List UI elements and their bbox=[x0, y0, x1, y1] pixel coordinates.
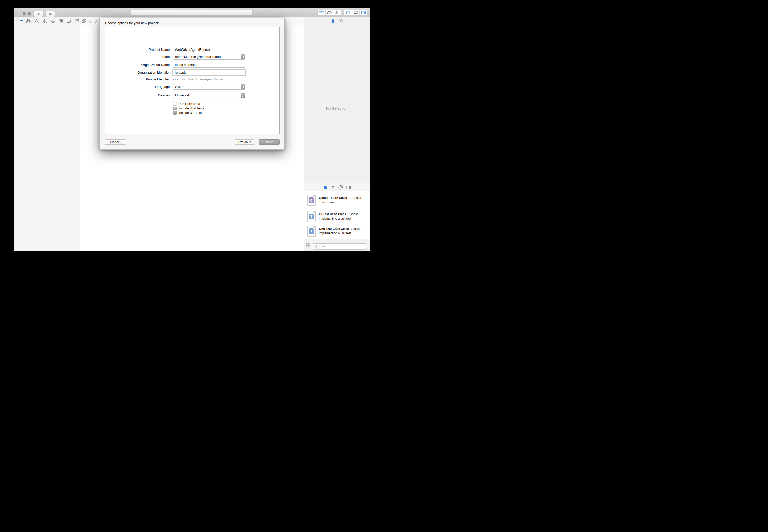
zoom-window-button[interactable] bbox=[28, 12, 31, 15]
product-name-field[interactable]: WebDriverAgentRunner bbox=[173, 47, 245, 52]
library-item-text: Cocoa Touch Class - A Cocoa Touch class bbox=[319, 196, 368, 205]
library-item-text: Unit Test Case Class - A class implement… bbox=[319, 227, 368, 236]
devices-label: Devices: bbox=[105, 93, 171, 98]
tab-report-navigator[interactable] bbox=[74, 19, 79, 24]
bundle-identifier-value: io.appium.WebDriverAgentRunner bbox=[173, 77, 223, 81]
library-item-unit-test-case-class[interactable]: T Unit Test Case Class - A class impleme… bbox=[304, 224, 370, 239]
include-unit-tests-row: ✓ Include Unit Tests bbox=[173, 106, 204, 110]
close-window-button[interactable] bbox=[17, 12, 21, 15]
organization-identifier-value: io.appium bbox=[175, 71, 189, 74]
class-badge: C bbox=[308, 197, 314, 203]
chevron-left-icon bbox=[89, 19, 91, 23]
breakpoint-tag-icon bbox=[67, 20, 71, 23]
navigator-pane bbox=[14, 25, 80, 251]
sheet-title: Choose options for your new project: bbox=[105, 21, 159, 25]
library-item-cocoa-touch-class[interactable]: C Cocoa Touch Class - A Cocoa Touch clas… bbox=[304, 191, 370, 209]
devices-popup-value: Universal bbox=[175, 93, 189, 97]
left-panel-icon bbox=[346, 11, 350, 14]
editor-mode-segmented-control bbox=[317, 10, 341, 15]
class-badge: T bbox=[308, 228, 314, 234]
jump-back-button[interactable] bbox=[87, 19, 93, 24]
new-project-options-sheet: Choose options for your new project: Pro… bbox=[99, 18, 285, 150]
toggle-utilities-panel-button[interactable] bbox=[359, 10, 367, 15]
toggle-navigator-panel-button[interactable] bbox=[344, 10, 352, 15]
stop-icon bbox=[49, 13, 52, 15]
tab-issue-navigator[interactable] bbox=[42, 19, 47, 24]
tab-find-navigator[interactable] bbox=[34, 19, 40, 24]
library-filter-bar bbox=[304, 239, 370, 251]
braces-icon: { } bbox=[332, 186, 334, 189]
tab-test-navigator[interactable] bbox=[50, 19, 56, 24]
window-toolbar bbox=[14, 8, 370, 18]
film-strip-icon bbox=[346, 186, 351, 189]
tab-symbol-navigator[interactable] bbox=[26, 19, 31, 24]
organization-name-label: Organization Name: bbox=[105, 62, 171, 68]
tab-object-library[interactable] bbox=[338, 185, 343, 190]
stepper-icon bbox=[240, 93, 245, 98]
language-popup-value: Swift bbox=[175, 85, 182, 89]
tab-debug-navigator[interactable] bbox=[58, 19, 63, 24]
devices-popup[interactable]: Universal bbox=[173, 93, 245, 98]
tab-media-library[interactable] bbox=[346, 185, 351, 190]
minimize-window-button[interactable] bbox=[23, 12, 26, 15]
screen: ? No Selection { } bbox=[0, 0, 384, 266]
include-ui-tests-checkbox[interactable]: ✓ bbox=[173, 111, 177, 115]
version-editor-icon bbox=[335, 11, 339, 14]
product-name-label: Product Name: bbox=[105, 47, 171, 52]
include-unit-tests-checkbox[interactable]: ✓ bbox=[173, 107, 177, 110]
tab-code-snippet-library[interactable]: { } bbox=[330, 185, 335, 190]
organization-identifier-label: Organization Identifier: bbox=[105, 70, 171, 75]
related-items-button[interactable] bbox=[81, 19, 87, 24]
tab-project-navigator[interactable] bbox=[18, 19, 24, 24]
assistant-editor-button[interactable] bbox=[325, 10, 333, 15]
cancel-button[interactable]: Cancel bbox=[105, 139, 126, 145]
file-inspector-icon bbox=[331, 19, 335, 23]
stepper-icon bbox=[240, 54, 245, 59]
use-core-data-checkbox[interactable] bbox=[173, 102, 177, 106]
navigator-divider[interactable] bbox=[80, 17, 80, 251]
filter-input[interactable] bbox=[318, 244, 360, 248]
include-unit-tests-label: Include Unit Tests bbox=[178, 106, 204, 110]
search-icon bbox=[35, 19, 39, 23]
tab-breakpoint-navigator[interactable] bbox=[66, 19, 72, 24]
jump-forward-button[interactable] bbox=[93, 19, 99, 24]
chevron-right-icon bbox=[95, 19, 97, 23]
filter-icon bbox=[313, 245, 317, 248]
related-items-grid-icon bbox=[82, 19, 86, 23]
language-popup[interactable]: Swift bbox=[173, 84, 245, 90]
include-ui-tests-row: ✓ Include UI Tests bbox=[173, 111, 202, 115]
standard-editor-icon bbox=[319, 11, 323, 14]
bottom-panel-icon bbox=[353, 11, 358, 14]
tab-file-inspector[interactable] bbox=[330, 19, 336, 24]
version-editor-button[interactable] bbox=[333, 10, 341, 15]
toggle-debug-area-button[interactable] bbox=[352, 10, 360, 15]
include-ui-tests-label: Include UI Tests bbox=[178, 111, 202, 115]
library-item-text: UI Test Case Class - A class implementin… bbox=[319, 212, 368, 221]
library-filter-field[interactable] bbox=[312, 243, 367, 250]
stepper-icon bbox=[240, 84, 245, 89]
diamond-minus-icon bbox=[51, 19, 55, 23]
speech-bubble-icon bbox=[75, 19, 79, 23]
assistant-editor-icon bbox=[327, 11, 332, 14]
folder-icon bbox=[19, 19, 23, 23]
organization-name-field[interactable]: Isaac Murchie bbox=[173, 62, 245, 68]
help-icon: ? bbox=[338, 19, 343, 23]
options-form: Product Name: WebDriverAgentRunner Team:… bbox=[105, 27, 279, 134]
library-item-ui-test-case-class[interactable]: T UI Test Case Class - A class implement… bbox=[304, 209, 370, 224]
library-tab-bar: { } bbox=[304, 183, 370, 191]
stop-button[interactable] bbox=[45, 11, 55, 17]
team-popup[interactable]: Isaac Murchie (Personal Team) bbox=[173, 54, 245, 60]
tab-quick-help-inspector[interactable]: ? bbox=[338, 19, 343, 24]
tab-file-template-library[interactable] bbox=[322, 185, 327, 190]
run-button[interactable] bbox=[34, 11, 43, 17]
previous-button[interactable]: Previous bbox=[235, 139, 255, 145]
organization-identifier-field[interactable]: io.appium bbox=[173, 70, 245, 75]
next-button[interactable]: Next bbox=[258, 139, 279, 145]
play-icon bbox=[37, 12, 40, 16]
panel-toggle-segmented-control bbox=[344, 10, 367, 15]
text-caret bbox=[189, 71, 189, 74]
file-template-thumbnail: T bbox=[307, 211, 316, 222]
grid-view-icon[interactable] bbox=[306, 243, 310, 247]
standard-editor-button[interactable] bbox=[318, 10, 325, 15]
file-template-thumbnail: C bbox=[307, 195, 316, 206]
